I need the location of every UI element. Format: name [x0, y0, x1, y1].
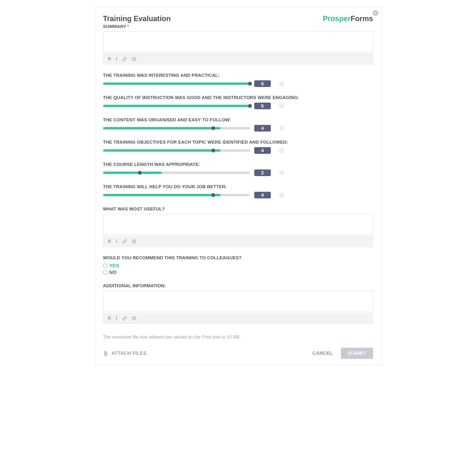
- summary-label: SUMMARY*: [103, 24, 373, 29]
- useful-label: WHAT WAS MOST USEFUL?: [103, 206, 373, 212]
- attach-files-button[interactable]: ATTACH FILES: [103, 350, 146, 357]
- page-title: Training Evaluation: [103, 14, 171, 23]
- emoji-icon[interactable]: [132, 57, 136, 61]
- brand-logo: ProsperForms: [323, 14, 373, 23]
- slider-label-0: THE TRAINING WAS INTERESTING AND PRACTIC…: [103, 73, 373, 78]
- link-icon[interactable]: [122, 239, 127, 244]
- svg-point-0: [132, 57, 136, 61]
- slider-clear-0[interactable]: [279, 81, 284, 86]
- link-icon[interactable]: [122, 57, 127, 61]
- close-button[interactable]: [373, 10, 378, 16]
- slider-clear-1[interactable]: [279, 104, 284, 108]
- submit-button[interactable]: SUBMIT: [341, 348, 373, 359]
- slider-label-2: THE CONTENT WAS ORGANISED AND EASY TO FO…: [103, 117, 373, 123]
- recommend-label: WOULD YOU RECOMMEND THIS TRAINING TO COL…: [103, 255, 373, 261]
- slider-value-1: 5: [254, 103, 271, 109]
- slider-label-5: THE TRAINING WILL HELP YOU DO YOUR JOB B…: [103, 184, 373, 189]
- slider-0[interactable]: [103, 83, 250, 85]
- logo-part-2: Forms: [351, 14, 373, 23]
- svg-point-6: [132, 317, 136, 320]
- paperclip-icon: [103, 350, 108, 357]
- slider-1[interactable]: [103, 105, 250, 107]
- additional-input[interactable]: [103, 291, 373, 312]
- slider-thumb-5[interactable]: [211, 193, 215, 197]
- italic-icon[interactable]: I: [116, 239, 117, 244]
- slider-label-1: THE QUALITY OF INSTRUCTION WAS GOOD AND …: [103, 95, 373, 100]
- bold-icon[interactable]: B: [108, 56, 111, 61]
- svg-point-3: [132, 240, 136, 243]
- slider-thumb-3[interactable]: [211, 148, 215, 152]
- slider-4[interactable]: [103, 172, 250, 174]
- slider-clear-5[interactable]: [279, 193, 284, 197]
- svg-point-5: [134, 241, 135, 241]
- slider-thumb-2[interactable]: [211, 126, 215, 130]
- useful-toolbar: B I: [103, 236, 373, 247]
- italic-icon[interactable]: I: [116, 316, 117, 321]
- slider-5[interactable]: [103, 194, 250, 196]
- recommend-no-label: NO: [109, 269, 117, 275]
- slider-clear-3[interactable]: [279, 148, 284, 153]
- recommend-no-radio[interactable]: [103, 270, 107, 275]
- bold-icon[interactable]: B: [108, 316, 111, 321]
- svg-point-2: [134, 58, 135, 59]
- recommend-yes-label: YES: [109, 263, 119, 269]
- slider-value-4: 2: [254, 169, 271, 176]
- slider-value-3: 4: [254, 147, 271, 154]
- summary-label-text: SUMMARY: [103, 24, 126, 29]
- slider-value-5: 4: [254, 192, 271, 198]
- upload-size-note: The maximum file size allowed per upload…: [103, 334, 373, 340]
- summary-toolbar: B I: [103, 53, 373, 65]
- italic-icon[interactable]: I: [116, 56, 117, 61]
- slider-2[interactable]: [103, 127, 250, 129]
- slider-thumb-4[interactable]: [138, 171, 142, 175]
- emoji-icon[interactable]: [132, 239, 136, 244]
- summary-input[interactable]: [103, 32, 373, 52]
- slider-thumb-1[interactable]: [248, 104, 252, 108]
- additional-toolbar: B I: [103, 313, 373, 324]
- required-asterisk: *: [127, 24, 129, 29]
- slider-clear-4[interactable]: [279, 170, 284, 175]
- slider-value-2: 4: [254, 125, 271, 132]
- form-modal: Training Evaluation ProsperForms SUMMARY…: [95, 7, 382, 365]
- emoji-icon[interactable]: [132, 316, 136, 321]
- svg-point-4: [133, 241, 134, 241]
- logo-part-1: Prosper: [323, 14, 351, 23]
- slider-label-3: THE TRAINING OBJECTIVES FOR EACH TOPIC W…: [103, 140, 373, 145]
- recommend-yes-radio[interactable]: [103, 264, 107, 268]
- slider-value-0: 5: [254, 80, 271, 87]
- svg-point-1: [133, 58, 134, 59]
- slider-3[interactable]: [103, 149, 250, 152]
- cancel-button[interactable]: CANCEL: [312, 350, 333, 356]
- slider-thumb-0[interactable]: [248, 82, 252, 85]
- attach-files-label: ATTACH FILES: [112, 350, 146, 356]
- useful-input[interactable]: [103, 214, 373, 235]
- link-icon[interactable]: [122, 316, 127, 321]
- svg-point-7: [133, 317, 134, 318]
- slider-label-4: THE COURSE LENGTH WAS APPROPRIATE:: [103, 162, 373, 167]
- bold-icon[interactable]: B: [108, 239, 111, 244]
- svg-point-8: [134, 317, 135, 318]
- additional-label: ADDITIONAL INFORMATION:: [103, 283, 373, 288]
- slider-clear-2[interactable]: [279, 126, 284, 131]
